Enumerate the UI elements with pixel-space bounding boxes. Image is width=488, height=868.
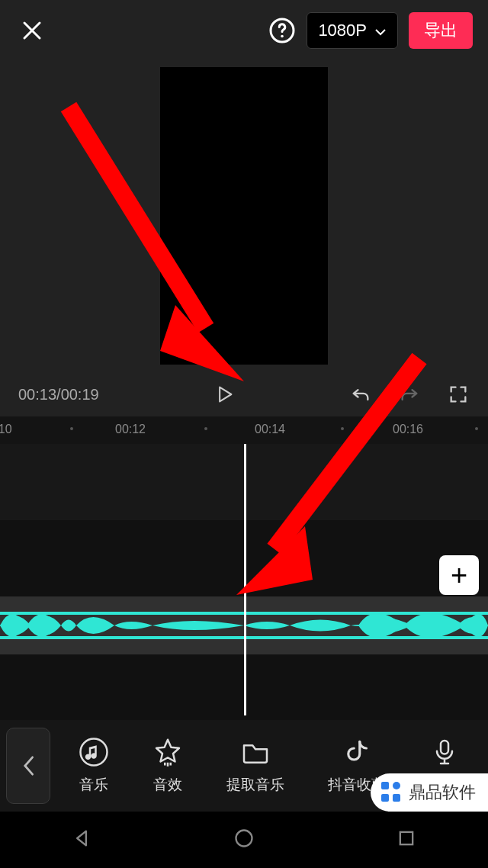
add-clip-button[interactable]: +: [439, 555, 479, 595]
ruler-dot: [204, 427, 207, 430]
close-button[interactable]: [15, 14, 49, 47]
help-button[interactable]: [265, 14, 299, 47]
video-preview[interactable]: [160, 67, 328, 365]
svg-rect-6: [441, 741, 448, 754]
preview-area: [0, 67, 488, 365]
header: 1080P 导出: [0, 0, 488, 61]
tool-label: 音乐: [79, 775, 108, 795]
close-icon: [21, 19, 43, 42]
svg-point-1: [281, 35, 284, 38]
svg-point-7: [236, 831, 252, 847]
nav-recent-icon: [396, 828, 417, 849]
tool-label: 提取音乐: [226, 775, 284, 795]
watermark-text: 鼎品软件: [409, 781, 476, 804]
ruler-tick: 0:10: [0, 423, 12, 436]
nav-recent-button[interactable]: [396, 828, 417, 852]
ruler-dot: [475, 427, 478, 430]
timeline-area[interactable]: 0:1000:1200:1400:16 +: [0, 416, 488, 715]
tool-extract[interactable]: 提取音乐: [226, 737, 284, 795]
svg-rect-12: [393, 794, 400, 802]
svg-point-5: [80, 739, 107, 766]
help-icon: [268, 17, 296, 44]
caret-down-icon: [374, 21, 387, 40]
microphone-icon: [429, 737, 460, 767]
nav-home-icon: [233, 828, 255, 849]
chevron-left-icon: [21, 755, 35, 776]
svg-rect-11: [381, 794, 389, 802]
tool-sfx[interactable]: 音效: [152, 737, 183, 795]
nav-home-button[interactable]: [233, 828, 255, 852]
resolution-select[interactable]: 1080P: [307, 12, 398, 49]
timeline-ruler[interactable]: 0:1000:1200:1400:16: [0, 416, 488, 444]
redo-icon: [399, 384, 420, 405]
playhead[interactable]: [244, 444, 246, 715]
svg-rect-9: [381, 782, 389, 789]
tool-music[interactable]: 音乐: [79, 737, 109, 795]
android-nav-bar: [0, 812, 488, 868]
ruler-tick: 00:12: [115, 423, 146, 436]
time-display: 00:13/00:19: [18, 386, 99, 403]
resolution-label: 1080P: [318, 21, 367, 40]
watermark-logo-icon: [378, 780, 403, 805]
play-bar: 00:13/00:19: [0, 375, 488, 413]
watermark-badge: 鼎品软件: [371, 773, 488, 812]
tool-label: 音效: [153, 775, 182, 795]
undo-button[interactable]: [349, 383, 372, 406]
export-button[interactable]: 导出: [409, 12, 473, 49]
svg-point-10: [393, 782, 400, 789]
douyin-icon: [342, 737, 372, 767]
nav-back-button[interactable]: [71, 828, 92, 852]
nav-back-icon: [71, 828, 92, 849]
toolbar-back-button[interactable]: [6, 728, 50, 804]
ruler-dot: [70, 427, 73, 430]
svg-rect-8: [400, 832, 413, 844]
redo-button[interactable]: [398, 383, 421, 406]
folder-icon: [240, 737, 271, 767]
play-button[interactable]: [213, 383, 236, 406]
fullscreen-icon: [448, 384, 469, 405]
ruler-dot: [341, 427, 344, 430]
ruler-tick: 00:14: [255, 423, 285, 436]
fullscreen-button[interactable]: [447, 383, 470, 406]
star-audio-icon: [152, 737, 183, 767]
play-icon: [214, 384, 235, 405]
export-label: 导出: [424, 19, 458, 42]
undo-icon: [350, 384, 371, 405]
music-note-icon: [79, 737, 109, 767]
plus-icon: +: [451, 559, 467, 592]
ruler-tick: 00:16: [393, 423, 423, 436]
